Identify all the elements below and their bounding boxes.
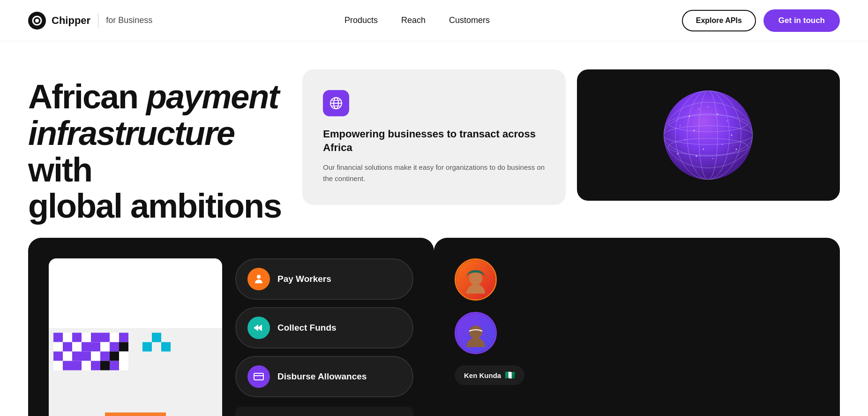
hero-card-icon	[323, 90, 349, 116]
bottom-section: Pay Workers Collect Funds	[0, 238, 868, 416]
svg-rect-69	[105, 412, 166, 416]
person-icon	[253, 273, 264, 285]
avatar-row-1	[455, 258, 497, 301]
globe-icon	[329, 96, 343, 110]
pay-workers-icon	[247, 268, 270, 290]
pay-workers-label: Pay Workers	[277, 274, 331, 284]
hero-card-desc: Our financial solutions make it easy for…	[323, 162, 545, 184]
svg-rect-68	[161, 342, 171, 351]
disburse-allowances-button[interactable]: Disburse Allowances	[235, 356, 413, 397]
person-photo-card	[49, 258, 222, 416]
svg-point-77	[466, 284, 485, 294]
svg-rect-60	[72, 361, 82, 370]
ken-kunda-name: Ken Kunda	[464, 371, 501, 379]
svg-rect-34	[53, 333, 63, 342]
rewind-icon	[253, 322, 264, 333]
svg-point-31	[708, 106, 709, 107]
svg-point-28	[696, 156, 697, 157]
svg-point-30	[736, 149, 737, 150]
svg-rect-59	[63, 361, 72, 370]
svg-point-72	[257, 275, 261, 279]
svg-rect-62	[91, 361, 100, 370]
svg-rect-51	[63, 351, 72, 361]
svg-rect-53	[82, 351, 91, 361]
svg-rect-55	[100, 351, 110, 361]
svg-point-27	[712, 158, 713, 159]
svg-rect-38	[91, 333, 100, 342]
hero-info-card: Empowering businesses to transact across…	[302, 69, 565, 205]
svg-rect-35	[63, 333, 72, 342]
logo-link[interactable]: Chipper for Business	[28, 12, 152, 30]
svg-rect-39	[100, 333, 110, 342]
avatar-1-face	[462, 265, 490, 294]
globe-visual	[657, 83, 760, 187]
logo-divider	[98, 13, 98, 28]
svg-point-18	[689, 116, 690, 117]
collect-funds-button[interactable]: Collect Funds	[235, 307, 413, 348]
svg-rect-56	[110, 351, 119, 361]
ken-kunda-section: Ken Kunda 🇳🇬	[455, 365, 524, 385]
nav-link-reach[interactable]: Reach	[401, 15, 426, 25]
svg-rect-63	[100, 361, 110, 370]
for-business-label: for Business	[106, 15, 152, 25]
svg-point-78	[469, 272, 482, 285]
get-in-touch-button[interactable]: Get in touch	[763, 9, 840, 32]
globe-svg	[657, 83, 760, 187]
svg-rect-75	[254, 373, 263, 380]
nav-actions: Explore APIs Get in touch	[682, 9, 840, 32]
svg-rect-50	[53, 351, 63, 361]
svg-point-25	[722, 144, 723, 145]
svg-rect-52	[72, 351, 82, 361]
card-icon	[253, 371, 264, 382]
avatar-face-2	[456, 313, 495, 353]
disburse-icon	[247, 365, 270, 388]
nav-link-products[interactable]: Products	[344, 15, 378, 25]
hero-section: African paymentinfrastructure withglobal…	[0, 41, 868, 225]
hero-card-title: Empowering businesses to transact across…	[323, 128, 545, 154]
collect-funds-label: Collect Funds	[277, 323, 337, 333]
avatar-row-2	[455, 312, 497, 354]
svg-rect-49	[119, 342, 128, 351]
avatars-panel: Ken Kunda 🇳🇬	[434, 238, 840, 416]
avatar-2	[455, 312, 497, 354]
svg-point-79	[466, 338, 485, 347]
svg-rect-67	[152, 333, 161, 342]
svg-marker-74	[254, 325, 258, 331]
svg-point-2	[35, 19, 39, 23]
svg-rect-37	[82, 333, 91, 342]
svg-point-26	[731, 135, 733, 136]
svg-rect-36	[72, 333, 82, 342]
svg-rect-57	[119, 351, 128, 361]
svg-rect-46	[91, 342, 100, 351]
svg-rect-45	[82, 342, 91, 351]
svg-rect-43	[63, 342, 72, 351]
svg-point-23	[684, 139, 685, 140]
svg-point-19	[698, 109, 699, 110]
svg-rect-48	[110, 342, 119, 351]
hero-headline: African paymentinfrastructure withglobal…	[28, 79, 291, 225]
svg-rect-40	[110, 333, 119, 342]
disburse-label: Disburse Allowances	[277, 371, 367, 382]
chipper-logo-icon	[28, 12, 46, 30]
svg-point-24	[703, 149, 704, 150]
ken-kunda-label: Ken Kunda 🇳🇬	[455, 365, 524, 385]
nav-link-customers[interactable]: Customers	[449, 15, 490, 25]
pixel-art-bg	[49, 258, 222, 416]
dashboard-right: Pay Workers Collect Funds	[235, 258, 413, 416]
logo-text: Chipper	[52, 15, 90, 27]
avatar-face-1	[456, 260, 495, 299]
svg-rect-47	[100, 342, 110, 351]
svg-rect-33	[49, 328, 222, 416]
svg-rect-42	[53, 342, 63, 351]
collect-funds-icon	[247, 317, 270, 339]
svg-point-80	[469, 325, 482, 339]
svg-point-9	[664, 91, 753, 180]
explore-apis-button[interactable]: Explore APIs	[682, 10, 756, 31]
code-panel: { "instruction": { "debtor": { "institut…	[235, 407, 413, 416]
svg-rect-65	[119, 361, 128, 370]
nigeria-flag: 🇳🇬	[505, 370, 515, 380]
pay-workers-button[interactable]: Pay Workers	[235, 258, 413, 300]
svg-point-20	[717, 113, 718, 115]
svg-point-32	[677, 153, 679, 155]
dashboard-card: Pay Workers Collect Funds	[28, 238, 434, 416]
